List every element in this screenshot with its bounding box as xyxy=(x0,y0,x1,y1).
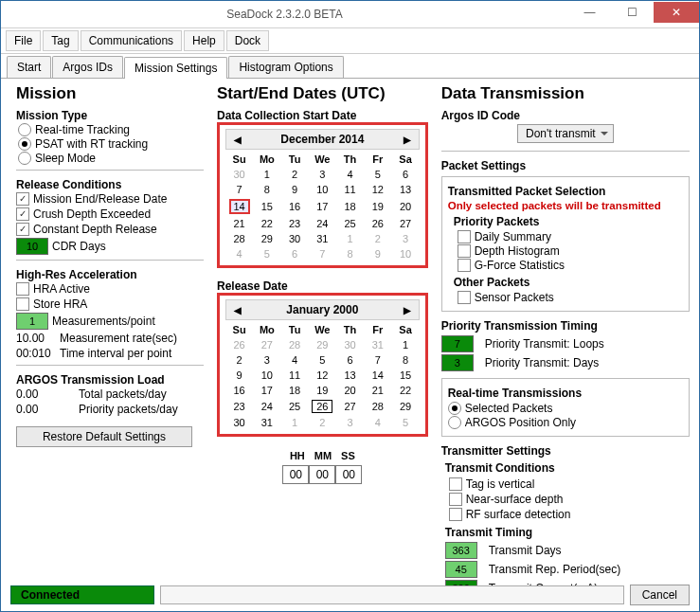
sensor-packets-label: Sensor Packets xyxy=(475,291,554,304)
transmit-rep-label: Transmit Rep. Period(sec) xyxy=(489,563,621,576)
gforce-label: G-Force Statistics xyxy=(475,259,565,272)
check-near-surface[interactable] xyxy=(449,493,462,506)
second-input[interactable]: 00 xyxy=(335,465,362,484)
check-sensor-packets[interactable] xyxy=(458,291,471,304)
priority-days-input[interactable]: 3 xyxy=(441,354,474,371)
check-store-hra-label: Store HRA xyxy=(33,297,87,311)
measurement-rate-value: 10.00 xyxy=(16,332,56,345)
transmit-days-label: Transmit Days xyxy=(489,544,562,557)
hh-label: HH xyxy=(290,450,305,461)
minimize-button[interactable]: — xyxy=(568,2,611,23)
cal2-title: January 2000 xyxy=(286,303,358,316)
progress-bar xyxy=(160,585,624,604)
cal2-selected-day[interactable]: 26 xyxy=(312,400,332,413)
total-packets-value: 0.00 xyxy=(16,387,56,401)
restore-defaults-button[interactable]: Restore Default Settings xyxy=(16,426,192,447)
radio-sleep-mode-label: Sleep Mode xyxy=(35,152,96,165)
radio-argos-position[interactable] xyxy=(448,416,461,429)
realtime-transmissions-label: Real-time Transmissions xyxy=(448,387,683,400)
release-conditions-label: Release Conditions xyxy=(16,178,204,191)
tab-start[interactable]: Start xyxy=(7,56,51,78)
check-store-hra[interactable] xyxy=(16,297,29,311)
menu-file[interactable]: File xyxy=(6,30,41,51)
cal1-grid[interactable]: SuMoTuWeThFrSa 30123456 78910111213 1415… xyxy=(225,152,420,261)
radio-realtime-tracking[interactable] xyxy=(18,123,31,136)
argos-position-label: ARGOS Position Only xyxy=(465,416,576,429)
cal2-grid[interactable]: SuMoTuWeThFrSa 2627282930311 2345678 910… xyxy=(225,322,420,430)
cal1-prev-button[interactable]: ◀ xyxy=(234,135,242,145)
time-interval-label: Time interval per point xyxy=(60,347,171,360)
cdr-days-label: CDR Days xyxy=(52,240,106,253)
priority-packets-label: Priority Packets xyxy=(454,215,683,228)
check-hra-active-label: HRA Active xyxy=(33,282,90,296)
hour-input[interactable]: 00 xyxy=(282,465,309,484)
tab-strip: Start Argos IDs Mission Settings Histogr… xyxy=(1,54,699,79)
tab-argos-ids[interactable]: Argos IDs xyxy=(52,56,123,78)
maximize-button[interactable]: ☐ xyxy=(611,2,654,23)
radio-sleep-mode[interactable] xyxy=(18,152,31,165)
check-daily-summary[interactable] xyxy=(458,230,471,243)
status-connected: Connected xyxy=(10,585,154,604)
check-constant-depth[interactable] xyxy=(16,223,29,236)
other-packets-label: Other Packets xyxy=(454,276,683,289)
check-tag-vertical[interactable] xyxy=(449,477,462,491)
close-button[interactable]: ✕ xyxy=(654,2,699,23)
check-depth-histogram[interactable] xyxy=(458,244,471,258)
cancel-button[interactable]: Cancel xyxy=(630,585,690,605)
cal1-next-button[interactable]: ▶ xyxy=(404,135,411,145)
daily-summary-label: Daily Summary xyxy=(475,230,551,243)
priority-packets-value: 0.00 xyxy=(16,403,56,416)
menu-help[interactable]: Help xyxy=(184,30,224,51)
radio-psat[interactable] xyxy=(18,137,31,151)
packet-settings-label: Packet Settings xyxy=(441,159,690,172)
start-date-label: Data Collection Start Date xyxy=(217,109,428,122)
menu-tag[interactable]: Tag xyxy=(43,30,78,51)
start-date-calendar: ◀December 2014▶ SuMoTuWeThFrSa 30123456 … xyxy=(217,122,428,268)
measurements-point-input[interactable]: 1 xyxy=(16,313,48,330)
transmit-conditions-label: Transmit Conditions xyxy=(445,461,690,475)
check-gforce[interactable] xyxy=(458,259,471,272)
check-mission-end-label: Mission End/Release Date xyxy=(33,192,167,206)
mm-label: MM xyxy=(314,450,332,461)
mission-heading: Mission xyxy=(16,84,204,103)
rf-surface-label: RF surface detection xyxy=(466,508,571,521)
radio-realtime-tracking-label: Real-time Tracking xyxy=(35,123,130,136)
cal1-selected-day[interactable]: 14 xyxy=(229,199,250,214)
check-hra-active[interactable] xyxy=(16,282,29,296)
cal2-next-button[interactable]: ▶ xyxy=(404,305,411,315)
minute-input[interactable]: 00 xyxy=(309,465,335,484)
cal2-prev-button[interactable]: ◀ xyxy=(234,305,242,315)
menu-communications[interactable]: Communications xyxy=(81,30,182,51)
check-crush-depth[interactable] xyxy=(16,207,29,221)
priority-loops-label: Priority Transmit: Loops xyxy=(485,337,604,351)
transmit-timing-label: Transmit Timing xyxy=(445,526,690,539)
menu-dock[interactable]: Dock xyxy=(226,30,269,51)
transmit-days-input[interactable]: 363 xyxy=(445,542,477,559)
check-constant-depth-label: Constant Depth Release xyxy=(33,223,157,236)
data-transmission-heading: Data Transmission xyxy=(441,84,690,103)
transmit-rep-input[interactable]: 45 xyxy=(445,561,477,578)
hra-label: High-Res Acceleration xyxy=(16,268,204,281)
release-date-calendar: ◀January 2000▶ SuMoTuWeThFrSa 2627282930… xyxy=(217,293,428,437)
radio-selected-packets[interactable] xyxy=(448,402,461,415)
transmitted-packet-selection-label: Transmitted Packet Selection xyxy=(448,185,683,198)
transmitted-packet-warning: Only selected packets will be transmitte… xyxy=(448,200,683,211)
ss-label: SS xyxy=(341,450,355,461)
argos-id-code-select[interactable]: Don't transmit xyxy=(517,124,614,143)
argos-load-label: ARGOS Transmission Load xyxy=(16,373,204,387)
near-surface-label: Near-surface depth xyxy=(466,493,564,506)
check-rf-surface[interactable] xyxy=(449,508,462,521)
cal1-title: December 2014 xyxy=(280,133,364,146)
priority-loops-input[interactable]: 7 xyxy=(441,335,474,352)
mission-type-label: Mission Type xyxy=(16,109,204,122)
measurements-point-label: Measurements/point xyxy=(52,315,155,328)
tab-histogram-options[interactable]: Histogram Options xyxy=(228,56,343,78)
check-mission-end[interactable] xyxy=(16,192,29,206)
cdr-days-input[interactable]: 10 xyxy=(16,238,48,255)
time-interval-value: 00:010 xyxy=(16,347,56,360)
check-crush-depth-label: Crush Depth Exceeded xyxy=(33,207,151,221)
tab-mission-settings[interactable]: Mission Settings xyxy=(124,57,227,79)
selected-packets-label: Selected Packets xyxy=(465,402,553,415)
window-title: SeaDock 2.3.2.0 BETA xyxy=(1,8,568,21)
release-date-label: Release Date xyxy=(217,279,428,293)
